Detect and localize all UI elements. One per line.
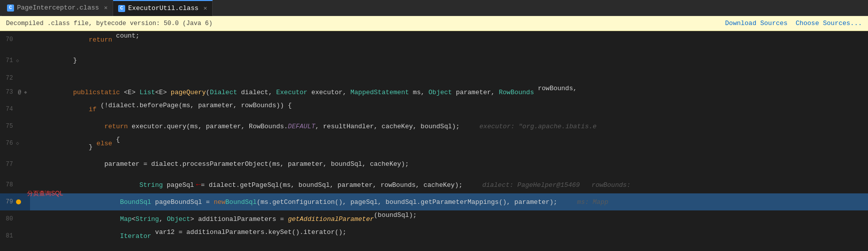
tab-executor-util[interactable]: C ExecutorUtil.class ✕: [113, 0, 213, 16]
tab-icon-page-interceptor: C: [7, 5, 14, 12]
gutter-80: 80: [0, 210, 30, 227]
line-number-81: 81: [2, 232, 16, 239]
at-marker-73: @: [16, 89, 23, 95]
code-line-72: 72: [0, 73, 868, 84]
tab-close-executor-util[interactable]: ✕: [204, 5, 207, 12]
code-line-77: 77 parameter = dialect.processParameterO…: [0, 152, 868, 176]
info-bar: Decompiled .class file, bytecode version…: [0, 16, 868, 31]
tab-bar: C PageInterceptor.class ✕ C ExecutorUtil…: [0, 0, 868, 16]
gutter-78: 78 分页查询SQL: [0, 176, 65, 193]
gutter-icons-76: ◇: [16, 140, 27, 146]
breakpoint-icon-79[interactable]: [16, 199, 21, 204]
line-number-75: 75: [2, 123, 16, 130]
fold-up-icon-76[interactable]: ◇: [16, 140, 19, 146]
choose-sources-link[interactable]: Choose Sources...: [795, 20, 862, 27]
code-line-71: 71 ◇ }: [0, 48, 868, 73]
line-number-72: 72: [2, 75, 16, 82]
line-content-76: } else {: [30, 135, 868, 152]
line-number-70: 70: [2, 36, 16, 43]
line-content-80: Map<String, Object> additionalParameters…: [30, 210, 868, 227]
gutter-71: 71 ◇: [0, 48, 30, 73]
gutter-81: 81: [0, 227, 30, 244]
line-number-80: 80: [2, 215, 16, 222]
download-sources-link[interactable]: Download Sources: [725, 20, 788, 27]
code-line-78: 78 分页查询SQL String pageSql←= dialect.getP…: [0, 176, 868, 193]
decompile-info-text: Decompiled .class file, bytecode version…: [6, 20, 213, 27]
code-line-70: 70 return count;: [0, 31, 868, 48]
line-content-77: parameter = dialect.processParameterObje…: [30, 152, 868, 176]
line-content-72: [30, 73, 868, 84]
code-line-76: 76 ◇ } else {: [0, 135, 868, 152]
gutter-74: 74: [0, 101, 30, 118]
gutter-73: 73 @ ◆: [0, 84, 30, 101]
gutter-icons-71: ◇: [16, 58, 27, 64]
line-content-73: public static <E> List<E> pageQuery(Dial…: [30, 84, 868, 101]
code-line-80: 80 Map<String, Object> additionalParamet…: [0, 210, 868, 227]
gutter-76: 76 ◇: [0, 135, 30, 152]
line-content-75: return executor.query(ms, parameter, Row…: [30, 118, 868, 135]
line-number-74: 74: [2, 106, 16, 113]
code-line-75: 75 return executor.query(ms, parameter, …: [0, 118, 868, 135]
info-bar-links: Download Sources Choose Sources...: [725, 20, 862, 27]
line-number-79: 79: [2, 198, 16, 205]
line-content-70: return count;: [30, 31, 868, 48]
tab-close-page-interceptor[interactable]: ✕: [104, 4, 108, 12]
line-number-73: 73: [2, 89, 16, 96]
line-number-76: 76: [2, 140, 16, 147]
line-content-79: BoundSql pageBoundSql = new BoundSql(ms.…: [30, 193, 868, 210]
line-content-74: if (!dialect.beforePage(ms, parameter, r…: [30, 101, 868, 118]
line-content-78: String pageSql←= dialect.getPageSql(ms, …: [65, 176, 868, 193]
code-line-74: 74 if (!dialect.beforePage(ms, parameter…: [0, 101, 868, 118]
fold-down-icon-73[interactable]: ◆: [24, 89, 27, 95]
tab-page-interceptor[interactable]: C PageInterceptor.class ✕: [2, 0, 113, 16]
code-line-73: 73 @ ◆ public static <E> List<E> pageQue…: [0, 84, 868, 101]
tab-label-executor-util: ExecutorUtil.class: [128, 5, 198, 12]
fold-up-icon-71[interactable]: ◇: [16, 58, 19, 64]
gutter-79: 79: [0, 193, 30, 210]
line-number-77: 77: [2, 161, 16, 168]
gutter-icons-79: [16, 199, 27, 204]
tab-label-page-interceptor: PageInterceptor.class: [17, 4, 99, 12]
gutter-75: 75: [0, 118, 30, 135]
gutter-77: 77: [0, 152, 30, 176]
line-number-71: 71: [2, 57, 16, 64]
line-content-71: }: [30, 48, 868, 73]
gutter-70: 70: [0, 31, 30, 48]
code-line-79: 79 BoundSql pageBoundSql = new BoundSql(…: [0, 193, 868, 210]
code-line-81: 81 Iterator var12 = additionalParameters…: [0, 227, 868, 244]
gutter-72: 72: [0, 73, 30, 84]
line-number-78: 78: [2, 181, 16, 188]
line-content-81: Iterator var12 = additionalParameters.ke…: [30, 227, 868, 244]
tab-icon-executor-util: C: [118, 5, 125, 12]
code-area: 70 return count; 71 ◇ } 72 73: [0, 31, 868, 244]
gutter-icons-73: @ ◆: [16, 89, 27, 95]
